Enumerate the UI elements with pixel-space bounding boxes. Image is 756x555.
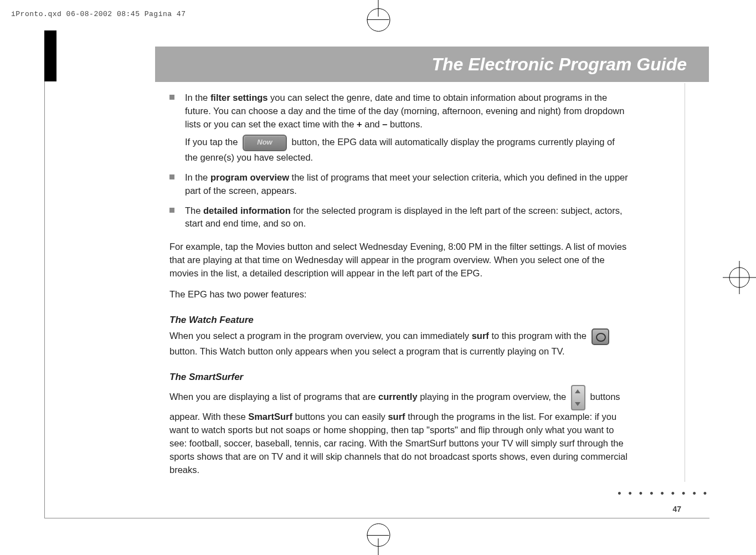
bold-text: filter settings: [210, 92, 268, 102]
watch-button-icon: [592, 328, 609, 345]
now-button-icon: Now: [243, 135, 287, 151]
crop-mark-top: [378, 0, 378, 17]
text: In the: [185, 172, 210, 182]
smartsurf-button-icon: [571, 385, 585, 410]
bold-text: program overview: [210, 172, 289, 182]
bold-text: SmartSurf: [248, 412, 292, 422]
text: button. This Watch button only appears w…: [169, 346, 565, 356]
text: The: [185, 205, 203, 215]
bold-text: surf: [472, 331, 489, 341]
decorative-dots: • • • • • • • • •: [618, 488, 709, 500]
watch-title: The Watch Feature: [169, 314, 629, 327]
text: to this program with the: [489, 331, 589, 341]
smartsurfer-para: When you are displaying a list of progra…: [169, 385, 629, 477]
plus-symbol: +: [357, 119, 362, 129]
power-features-intro: The EPG has two power features:: [169, 288, 629, 301]
print-header: iPronto.qxd 06-08-2002 08:45 Pagina 47: [11, 10, 186, 18]
text: buttons.: [388, 119, 423, 129]
example-para: For example, tap the Movies button and s…: [169, 240, 629, 280]
list-item: In the filter settings you can select th…: [169, 91, 629, 165]
bold-text: detailed information: [203, 205, 291, 215]
crop-mark-bottom: [378, 538, 378, 555]
content-area: In the filter settings you can select th…: [169, 91, 629, 485]
content-divider: [685, 83, 685, 482]
crop-mark-right: [723, 261, 756, 294]
page-title: The Electronic Program Guide: [431, 54, 687, 75]
smartsurfer-title: The SmartSurfer: [169, 371, 629, 384]
feature-list: In the filter settings you can select th…: [169, 91, 629, 230]
text: buttons you can easily: [292, 412, 388, 422]
text: When you are displaying a list of progra…: [169, 392, 378, 402]
text: When you select a program in the program…: [169, 331, 472, 341]
title-banner: The Electronic Program Guide: [155, 47, 709, 82]
watch-para: When you select a program in the program…: [169, 328, 629, 358]
bold-text: surf: [388, 412, 405, 422]
list-item: The detailed information for the selecte…: [169, 204, 629, 231]
bold-text: currently: [378, 392, 418, 402]
text: If you tap the: [185, 137, 240, 147]
text: playing in the program overview, the: [418, 392, 569, 402]
text: In the: [185, 92, 210, 102]
text: and: [362, 119, 383, 129]
minus-symbol: –: [382, 119, 387, 129]
margin-tab: [44, 30, 56, 81]
list-item: In the program overview the list of prog…: [169, 171, 629, 198]
page-number: 47: [672, 505, 681, 513]
